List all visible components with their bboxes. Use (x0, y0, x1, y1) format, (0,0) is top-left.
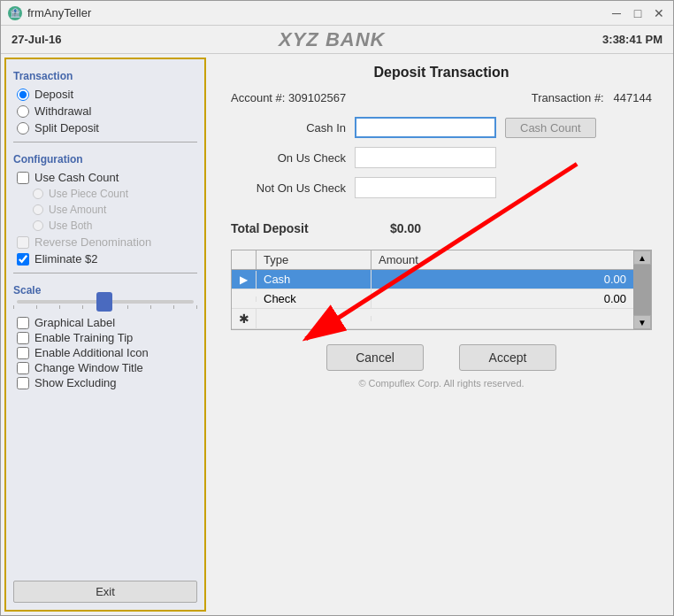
cb-eliminate[interactable]: Eliminate $2 (17, 252, 197, 266)
cb-window-title-input[interactable] (17, 362, 29, 374)
titlebar-controls: ─ □ ✕ (609, 6, 666, 20)
row-type-check: Check (257, 289, 371, 308)
row-amount-cash: 0.00 (371, 270, 633, 289)
row-star: ✱ (232, 309, 257, 328)
table-row-new[interactable]: ✱ (232, 309, 633, 329)
cb-enable-additional[interactable]: Enable Additional Icon (17, 346, 197, 359)
radio-both-label: Use Both (49, 219, 92, 232)
radio-piece-count: Use Piece Count (33, 188, 197, 200)
cb-reverse-denomination: Reverse Denomination (17, 235, 197, 249)
cash-in-row: Cash In Cash Count (224, 117, 659, 138)
not-on-us-check-label: Not On Us Check (231, 181, 346, 195)
footer-text: © Compuflex Corp. All rights reserved. (224, 378, 659, 389)
account-label: Account #: (231, 91, 285, 104)
radio-withdrawal[interactable]: Withdrawal (17, 104, 197, 118)
cb-eliminate-input[interactable] (17, 253, 29, 266)
cancel-button[interactable]: Cancel (326, 344, 424, 371)
cb-window-title-text: Change Window Title (34, 361, 143, 374)
cash-count-button[interactable]: Cash Count (505, 118, 596, 138)
cb-additional-text: Enable Additional Icon (34, 346, 149, 359)
account-info: Account #: 309102567 (231, 91, 346, 104)
exit-button[interactable]: Exit (13, 581, 197, 603)
radio-both-input (33, 220, 43, 231)
cb-use-cash-count-input[interactable] (17, 172, 29, 184)
radio-piece-count-label: Use Piece Count (49, 188, 128, 200)
total-row: Total Deposit $0.00 (224, 214, 659, 243)
cb-change-window-title[interactable]: Change Window Title (17, 361, 197, 374)
cb-reverse-label: Reverse Denomination (34, 235, 151, 249)
on-us-check-input[interactable] (355, 147, 496, 168)
th-empty (232, 250, 257, 269)
radio-amount-label: Use Amount (49, 204, 106, 216)
cb-training-input[interactable] (17, 332, 29, 344)
radio-amount: Use Amount (33, 204, 197, 216)
radio-withdrawal-input[interactable] (17, 105, 29, 118)
cb-enable-training[interactable]: Enable Training Tip (17, 331, 197, 344)
cb-excluding-text: Show Excluding (34, 376, 117, 389)
restore-button[interactable]: □ (631, 6, 645, 20)
radio-withdrawal-label: Withdrawal (34, 104, 91, 118)
cb-eliminate-label: Eliminate $2 (34, 252, 98, 266)
radio-deposit-label: Deposit (34, 88, 73, 101)
transaction-section-title: Transaction (13, 70, 197, 82)
row-arrow-cash: ▶ (232, 271, 257, 289)
th-amount: Amount (371, 250, 633, 269)
bank-name: XYZ BANK (279, 28, 385, 51)
topbar: 27-Jul-16 XYZ BANK 3:38:41 PM (1, 26, 673, 54)
scale-section: Scale (13, 284, 197, 309)
cb-use-cash-count[interactable]: Use Cash Count (17, 171, 197, 184)
divider-2 (13, 273, 197, 273)
radio-split-deposit-input[interactable] (17, 122, 29, 135)
table-body: ▶ Cash 0.00 Check 0.00 ✱ (232, 270, 633, 329)
scrollbar-thumb[interactable] (633, 265, 651, 315)
divider-1 (13, 142, 197, 142)
cb-reverse-denom-input (17, 236, 29, 249)
main-content: Transaction Deposit Withdrawal Split Dep… (1, 54, 673, 615)
scrollbar[interactable]: ▲ ▼ (633, 250, 651, 329)
table-row-check[interactable]: Check 0.00 (232, 289, 633, 309)
window-title: frmAnyTeller (27, 6, 91, 19)
table-row-cash[interactable]: ▶ Cash 0.00 (232, 270, 633, 289)
accept-button[interactable]: Accept (459, 344, 556, 371)
radio-split-deposit[interactable]: Split Deposit (17, 121, 197, 135)
cb-additional-input[interactable] (17, 347, 29, 359)
slider-container[interactable] (13, 300, 197, 304)
button-row: Cancel Accept (224, 344, 659, 371)
radio-deposit[interactable]: Deposit (17, 88, 197, 101)
config-section-title: Configuration (13, 153, 197, 166)
radio-both: Use Both (33, 219, 197, 232)
minimize-button[interactable]: ─ (609, 6, 624, 20)
not-on-us-check-input[interactable] (355, 177, 496, 198)
scrollbar-up[interactable]: ▲ (633, 250, 651, 265)
cb-graphical-label[interactable]: Graphical Label (17, 316, 197, 329)
row-type-cash: Cash (257, 270, 371, 289)
time-label: 3:38:41 PM (602, 33, 663, 46)
cash-in-input[interactable] (355, 117, 496, 138)
row-amount-check: 0.00 (371, 289, 633, 308)
slider-track[interactable] (17, 300, 194, 304)
slider-thumb[interactable] (96, 292, 112, 312)
cb-graphical-input[interactable] (17, 317, 29, 329)
cb-excluding-input[interactable] (17, 377, 29, 389)
account-row: Account #: 309102567 Transaction #: 4471… (224, 91, 659, 104)
account-number: 309102567 (288, 91, 346, 104)
radio-deposit-input[interactable] (17, 89, 29, 101)
content-area: Deposit Transaction Account #: 309102567… (210, 54, 673, 615)
content-title: Deposit Transaction (224, 65, 659, 81)
table-header: Type Amount (232, 250, 633, 270)
th-type: Type (257, 250, 371, 269)
red-arrow-overlay (210, 54, 673, 615)
row-arrow-check (232, 296, 257, 302)
scrollbar-down[interactable]: ▼ (633, 315, 651, 329)
deposit-table: Type Amount ▶ Cash 0.00 Check 0.00 (231, 250, 652, 330)
radio-split-label: Split Deposit (34, 121, 99, 135)
sidebar: Transaction Deposit Withdrawal Split Dep… (4, 58, 206, 612)
cash-in-label: Cash In (231, 121, 346, 135)
cb-show-excluding[interactable]: Show Excluding (17, 376, 197, 389)
titlebar-left: 🏦 frmAnyTeller (8, 6, 91, 20)
transaction-info: Transaction #: 447144 (532, 91, 652, 104)
transaction-label: Transaction #: (532, 91, 604, 104)
table-inner: Type Amount ▶ Cash 0.00 Check 0.00 (232, 250, 633, 329)
total-label: Total Deposit (231, 221, 355, 235)
close-button[interactable]: ✕ (652, 6, 666, 20)
